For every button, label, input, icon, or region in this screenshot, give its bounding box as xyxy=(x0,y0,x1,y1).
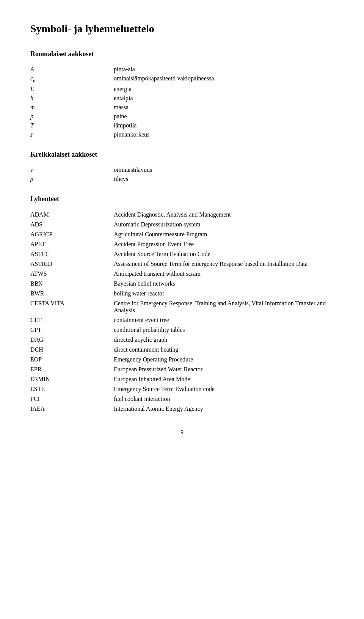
abbrev-definition: direct containment heating xyxy=(106,345,334,355)
table-row: DCH direct containment heating xyxy=(30,345,334,355)
table-row: DAG directed acyclic graph xyxy=(30,335,334,345)
table-row: BWR boiling water reactor xyxy=(30,289,334,299)
symbol-definition: entalpia xyxy=(106,94,334,103)
abbrev-definition: Accident Progression Event Tree xyxy=(106,239,334,249)
symbol-label: h xyxy=(30,94,106,103)
table-row: ESTE Emergency Source Term Evaluation co… xyxy=(30,384,334,394)
symbol-label: p xyxy=(30,112,106,121)
table-row: ρ tiheys xyxy=(30,174,334,184)
abbrev-definition: International Atomic Energy Agency xyxy=(106,404,334,414)
table-row: E energia xyxy=(30,85,334,94)
abbrev-label: FCI xyxy=(30,394,106,404)
symbol-label: cp xyxy=(30,74,106,85)
abbrev-label: AGRICP xyxy=(30,229,106,239)
abbrev-label: ATWS xyxy=(30,269,106,279)
table-row: z pinnankorkeus xyxy=(30,130,334,139)
table-row: ADAM Accident Diagnostic, Analysis and M… xyxy=(30,210,334,220)
symbol-label: ρ xyxy=(30,174,106,184)
symbol-definition: lämpötila xyxy=(106,121,334,130)
table-row: IAEA International Atomic Energy Agency xyxy=(30,404,334,414)
abbrev-label: BBN xyxy=(30,279,106,289)
table-row: APET Accident Progression Event Tree xyxy=(30,239,334,249)
symbol-label: A xyxy=(30,65,106,74)
symbol-definition: ominaistilavuus xyxy=(106,165,334,174)
abbrev-definition: Bayesian belief networks xyxy=(106,279,334,289)
table-row: T lämpötila xyxy=(30,121,334,130)
table-row: cp ominaislämpökapasiteetti vakiopainees… xyxy=(30,74,334,85)
table-row: CPT conditional probability tables xyxy=(30,325,334,335)
abbrev-label: ESTE xyxy=(30,384,106,394)
symbol-label: z xyxy=(30,130,106,139)
table-row: EOP Emergency Operating Procedure xyxy=(30,355,334,364)
greek-symbols-table: ν ominaistilavuus ρ tiheys xyxy=(30,165,334,184)
symbol-definition: paine xyxy=(106,112,334,121)
section-abbrev-title: Lyhenteet xyxy=(30,195,334,203)
symbol-definition: energia xyxy=(106,85,334,94)
symbol-label: ν xyxy=(30,165,106,174)
abbrev-definition: Emergency Operating Procedure xyxy=(106,355,334,364)
abbrev-table: ADAM Accident Diagnostic, Analysis and M… xyxy=(30,210,334,414)
table-row: CET containment event tree xyxy=(30,315,334,325)
abbrev-definition: containment event tree xyxy=(106,315,334,325)
section-roman-title: Roomalaiset aakkoset xyxy=(30,50,334,58)
abbrev-label: ERMIN xyxy=(30,374,106,384)
table-row: AGRICP Agricultural Countermeasure Progr… xyxy=(30,229,334,239)
table-row: ASTEC Accident Source Term Evaluation Co… xyxy=(30,249,334,259)
abbrev-label: ASTEC xyxy=(30,249,106,259)
table-row: ATWS Anticipated transient without scram xyxy=(30,269,334,279)
abbrev-definition: Automatic Depressurization system xyxy=(106,220,334,229)
abbrev-label: BWR xyxy=(30,289,106,299)
abbrev-label: CET xyxy=(30,315,106,325)
abbrev-label: ADS xyxy=(30,220,106,229)
table-row: m massa xyxy=(30,103,334,112)
abbrev-definition: European Inhabited Area Model xyxy=(106,374,334,384)
abbrev-definition: Accident Source Term Evaluation Code xyxy=(106,249,334,259)
abbrev-definition: Agricultural Countermeasure Program xyxy=(106,229,334,239)
page-title: Symboli- ja lyhenneluettelo xyxy=(30,23,334,35)
roman-symbols-table: A pinta-ala cp ominaislämpökapasiteetti … xyxy=(30,65,334,139)
abbrev-label: CERTA VITA xyxy=(30,299,106,315)
symbol-label: E xyxy=(30,85,106,94)
abbrev-label: CPT xyxy=(30,325,106,335)
abbrev-definition: conditional probability tables xyxy=(106,325,334,335)
table-row: ADS Automatic Depressurization system xyxy=(30,220,334,229)
table-row: ν ominaistilavuus xyxy=(30,165,334,174)
table-row: h entalpia xyxy=(30,94,334,103)
abbrev-definition: fuel coolant interaction xyxy=(106,394,334,404)
abbrev-definition: boiling water reactor xyxy=(106,289,334,299)
table-row: CERTA VITA Centre for Emergency Response… xyxy=(30,299,334,315)
symbol-definition: massa xyxy=(106,103,334,112)
symbol-definition: tiheys xyxy=(106,174,334,184)
abbrev-definition: Accident Diagnostic, Analysis and Manage… xyxy=(106,210,334,220)
table-row: p paine xyxy=(30,112,334,121)
table-row: A pinta-ala xyxy=(30,65,334,74)
symbol-label: T xyxy=(30,121,106,130)
abbrev-label: DCH xyxy=(30,345,106,355)
symbol-definition: pinnankorkeus xyxy=(106,130,334,139)
abbrev-label: ADAM xyxy=(30,210,106,220)
table-row: FCI fuel coolant interaction xyxy=(30,394,334,404)
section-greek-title: Kreikkalaiset aakkoset xyxy=(30,151,334,159)
abbrev-definition: Assessment of Source Term for emergency … xyxy=(106,259,334,269)
symbol-definition: pinta-ala xyxy=(106,65,334,74)
abbrev-label: DAG xyxy=(30,335,106,345)
abbrev-label: IAEA xyxy=(30,404,106,414)
abbrev-label: EPR xyxy=(30,364,106,374)
abbrev-definition: European Pressurized Water Reactor xyxy=(106,364,334,374)
table-row: ASTRID Assessment of Source Term for eme… xyxy=(30,259,334,269)
table-row: BBN Bayesian belief networks xyxy=(30,279,334,289)
table-row: EPR European Pressurized Water Reactor xyxy=(30,364,334,374)
page-number: 9 xyxy=(30,429,334,436)
symbol-label: m xyxy=(30,103,106,112)
abbrev-definition: Anticipated transient without scram xyxy=(106,269,334,279)
abbrev-definition: Centre for Emergency Response, Training … xyxy=(106,299,334,315)
abbrev-label: ASTRID xyxy=(30,259,106,269)
symbol-definition: ominaislämpökapasiteetti vakiopaineessa xyxy=(106,74,334,85)
table-row: ERMIN European Inhabited Area Model xyxy=(30,374,334,384)
abbrev-definition: directed acyclic graph xyxy=(106,335,334,345)
abbrev-label: EOP xyxy=(30,355,106,364)
abbrev-definition: Emergency Source Term Evaluation code xyxy=(106,384,334,394)
abbrev-label: APET xyxy=(30,239,106,249)
